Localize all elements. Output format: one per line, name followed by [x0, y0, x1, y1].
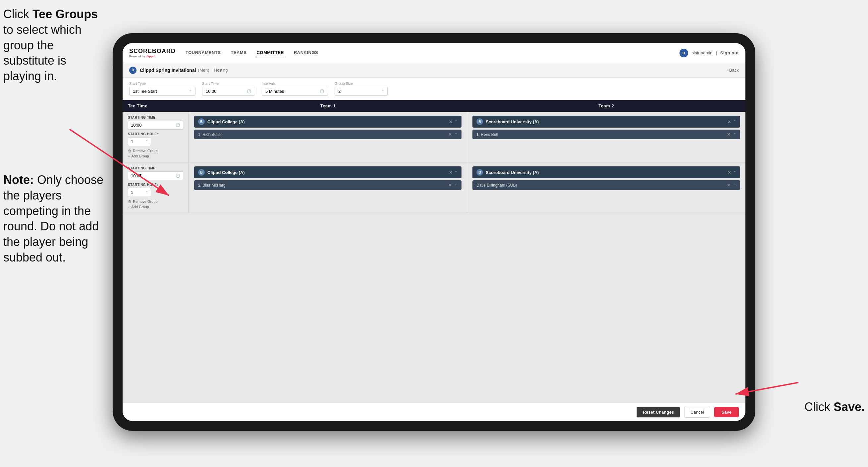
- time-input-1[interactable]: 10:00 🕐: [128, 121, 183, 129]
- team-badge-2-1: B: [198, 169, 205, 176]
- player-remove-1-2-0[interactable]: ✕: [727, 132, 731, 137]
- player-remove-2-2-0[interactable]: ✕: [727, 183, 731, 187]
- breadcrumb-bar: B Clippd Spring Invitational (Men) Hosti…: [123, 63, 745, 78]
- intervals-label: Intervals: [262, 82, 328, 86]
- player-remove-1-1-0[interactable]: ✕: [448, 132, 452, 137]
- settings-row: Start Type 1st Tee Start ⌃ Start Time 10…: [123, 78, 745, 100]
- add-group-button-1[interactable]: + Add Group: [128, 154, 183, 158]
- team-cell-2-1: B Clippd College (A) ✕ ⌃ 2. Blair McHarg…: [189, 163, 467, 213]
- team-name-1-2: Scoreboard University (A): [486, 119, 725, 124]
- player-name-1-2-0: 1. Rees Britt: [476, 132, 724, 137]
- team-remove-1-2[interactable]: ✕: [727, 119, 731, 124]
- nav-right: B blair admin | Sign out: [680, 49, 739, 57]
- team-expand-2-2[interactable]: ⌃: [733, 170, 736, 175]
- player-expand-2-1-0[interactable]: ⌃: [455, 183, 458, 187]
- nav-teams[interactable]: TEAMS: [230, 49, 247, 57]
- team-expand-1-1[interactable]: ⌃: [455, 120, 458, 124]
- time-clock-icon-2: 🕐: [176, 174, 180, 178]
- main-content: STARTING TIME: 10:00 🕐 STARTING HOLE: 1 …: [123, 112, 745, 403]
- remove-group-button-2[interactable]: 🗑 Remove Group: [128, 200, 183, 204]
- start-time-clock-icon: 🕐: [247, 89, 251, 93]
- starting-time-label-1: STARTING TIME:: [128, 116, 183, 119]
- time-value-1: 10:00: [131, 123, 142, 127]
- note-prefix: Note:: [3, 173, 37, 186]
- time-controls-2: STARTING TIME: 10:05 🕐 STARTING HOLE: 1 …: [123, 163, 189, 213]
- nav-committee[interactable]: COMMITTEE: [256, 49, 284, 57]
- player-row-2-2-0[interactable]: Dave Billingham (SUB) ✕ ⌃: [472, 180, 740, 190]
- team-selector-2-2[interactable]: B Scoreboard University (A) ✕ ⌃: [472, 166, 740, 178]
- group-size-label: Group Size: [335, 82, 388, 86]
- logo-area: SCOREBOARD Powered by clippd: [129, 48, 176, 58]
- user-label: blair admin: [691, 50, 713, 55]
- user-avatar: B: [680, 49, 688, 57]
- start-time-input[interactable]: 10:00 🕐: [202, 87, 255, 96]
- team-controls-2-2: ✕ ⌃: [727, 170, 736, 175]
- team-selector-2-1[interactable]: B Clippd College (A) ✕ ⌃: [194, 166, 462, 178]
- team-expand-2-1[interactable]: ⌃: [455, 170, 458, 175]
- nav-tournaments[interactable]: TOURNAMENTS: [186, 49, 221, 57]
- start-time-group: Start Time 10:00 🕐: [202, 82, 255, 96]
- instruction-line2: to select which group the substitute is …: [3, 23, 82, 83]
- hole-input-2[interactable]: 1 ⌃: [128, 188, 151, 197]
- nav-rankings[interactable]: RANKINGS: [294, 49, 318, 57]
- hole-input-1[interactable]: 1 ⌃: [128, 137, 151, 146]
- click-save-bold: Save.: [834, 400, 865, 414]
- reset-changes-button[interactable]: Reset Changes: [637, 407, 680, 418]
- team-cell-2-2: B Scoreboard University (A) ✕ ⌃ Dave Bil…: [467, 163, 745, 213]
- group-size-input[interactable]: 2 ⌃: [335, 87, 388, 96]
- start-type-chevron: ⌃: [189, 89, 192, 93]
- intervals-clock-icon: 🕐: [320, 89, 324, 93]
- sign-out-link[interactable]: Sign out: [720, 49, 739, 57]
- time-clock-icon-1: 🕐: [176, 123, 180, 127]
- click-save-text: Click Save.: [804, 400, 865, 414]
- player-row-2-1-0[interactable]: 2. Blair McHarg ✕ ⌃: [194, 180, 462, 190]
- breadcrumb-badge: B: [129, 67, 136, 74]
- group-size-chevron: ⌃: [381, 89, 384, 93]
- hole-chevron-1: ⌃: [145, 140, 148, 144]
- starting-hole-label-2: STARTING HOLE:: [128, 183, 183, 186]
- intervals-input[interactable]: 5 Minutes 🕐: [262, 87, 328, 96]
- remove-label-2: Remove Group: [133, 200, 158, 204]
- remove-label-1: Remove Group: [133, 149, 158, 153]
- team-badge-1-2: B: [476, 118, 483, 125]
- hole-value-2: 1: [131, 190, 133, 195]
- tablet: SCOREBOARD Powered by clippd TOURNAMENTS…: [113, 33, 755, 431]
- player-expand-1-1-0[interactable]: ⌃: [455, 132, 458, 137]
- team-selector-1-1[interactable]: B Clippd College (A) ✕ ⌃: [194, 116, 462, 127]
- add-icon-2: +: [128, 205, 130, 209]
- team-remove-2-2[interactable]: ✕: [727, 170, 731, 175]
- logo-scoreboard: SCOREBOARD: [129, 48, 176, 55]
- breadcrumb-title: Clippd Spring Invitational: [140, 68, 196, 73]
- nav-links: TOURNAMENTS TEAMS COMMITTEE RANKINGS: [186, 49, 680, 57]
- breadcrumb-sub: (Men): [198, 68, 209, 72]
- starting-hole-label-1: STARTING HOLE:: [128, 132, 183, 136]
- time-input-2[interactable]: 10:05 🕐: [128, 171, 183, 180]
- starting-time-label-2: STARTING TIME:: [128, 166, 183, 170]
- player-expand-1-2-0[interactable]: ⌃: [733, 132, 736, 137]
- intervals-value: 5 Minutes: [266, 89, 284, 94]
- group-size-group: Group Size 2 ⌃: [335, 82, 388, 96]
- hole-value-1: 1: [131, 139, 133, 144]
- back-button[interactable]: ‹ Back: [726, 68, 739, 72]
- save-button[interactable]: Save: [714, 407, 739, 417]
- team-expand-1-2[interactable]: ⌃: [733, 120, 736, 124]
- start-time-value: 10:00: [206, 89, 217, 94]
- note-text: Note: Only choose the players competing …: [3, 172, 106, 265]
- time-value-2: 10:05: [131, 173, 142, 178]
- remove-icon-1: 🗑: [128, 149, 131, 153]
- logo-powered: Powered by clippd: [129, 55, 176, 58]
- player-row-1-1-0[interactable]: 1. Rich Butler ✕ ⌃: [194, 129, 462, 139]
- team-name-1-1: Clippd College (A): [207, 119, 446, 124]
- player-remove-2-1-0[interactable]: ✕: [448, 183, 452, 187]
- add-group-button-2[interactable]: + Add Group: [128, 205, 183, 209]
- team-controls-1-2: ✕ ⌃: [727, 119, 736, 124]
- remove-group-button-1[interactable]: 🗑 Remove Group: [128, 149, 183, 153]
- cancel-button[interactable]: Cancel: [684, 407, 710, 418]
- player-row-1-2-0[interactable]: 1. Rees Britt ✕ ⌃: [472, 129, 740, 139]
- player-expand-2-2-0[interactable]: ⌃: [733, 183, 736, 187]
- team-remove-2-1[interactable]: ✕: [449, 170, 453, 175]
- team-selector-1-2[interactable]: B Scoreboard University (A) ✕ ⌃: [472, 116, 740, 127]
- team-remove-1-1[interactable]: ✕: [449, 119, 453, 124]
- logo-clippd: clippd: [146, 55, 155, 58]
- start-type-input[interactable]: 1st Tee Start ⌃: [129, 87, 195, 96]
